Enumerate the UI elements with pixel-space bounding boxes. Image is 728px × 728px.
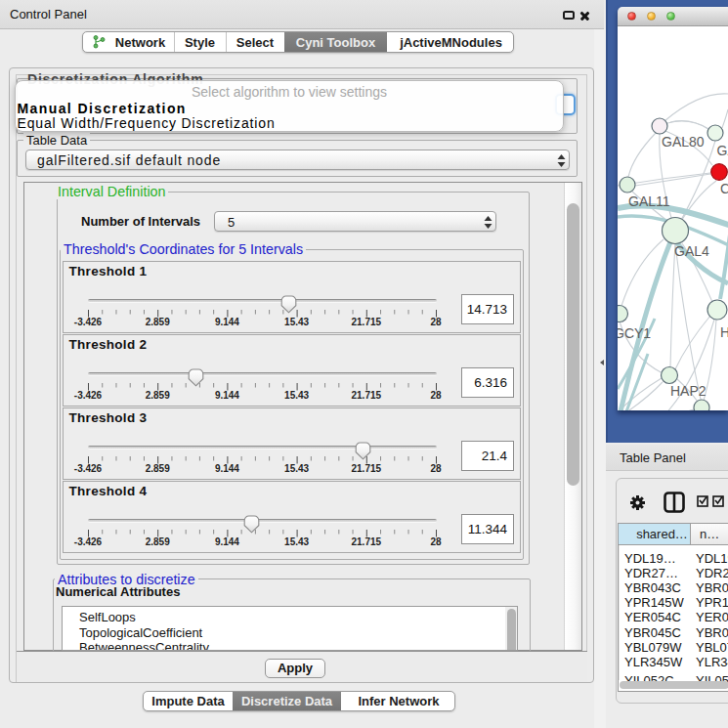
svg-text:GAL1: GAL1 xyxy=(717,143,728,158)
svg-text:GAL11: GAL11 xyxy=(628,193,670,209)
svg-text:HAP2: HAP2 xyxy=(670,383,707,399)
svg-text:GAL4: GAL4 xyxy=(674,243,709,259)
svg-text:CDC1: CDC1 xyxy=(720,181,728,196)
svg-text:HAP4: HAP4 xyxy=(720,324,728,340)
svg-text:GCY1: GCY1 xyxy=(618,325,651,341)
svg-text:GAL80: GAL80 xyxy=(662,134,705,150)
